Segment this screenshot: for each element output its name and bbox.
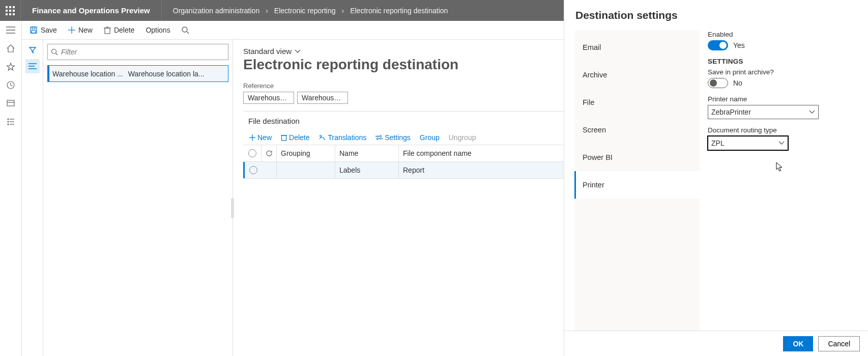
filter-tab-icon[interactable] <box>25 43 40 57</box>
svg-rect-13 <box>7 100 14 106</box>
routing-dropdown[interactable]: ZPL <box>708 136 788 150</box>
svg-rect-1 <box>9 6 11 8</box>
save-archive-value: No <box>733 79 742 87</box>
tab-screen[interactable]: Screen <box>574 116 700 144</box>
new-button[interactable]: New <box>63 24 98 36</box>
splitter-handle[interactable] <box>231 198 234 218</box>
app-title: Finance and Operations Preview <box>21 0 162 21</box>
svg-rect-3 <box>6 10 8 12</box>
chevron-down-icon <box>295 49 301 53</box>
chevron-down-icon <box>778 141 785 145</box>
filter-input-wrapper[interactable] <box>47 44 228 60</box>
enabled-value: Yes <box>733 41 745 49</box>
cancel-button[interactable]: Cancel <box>818 336 860 351</box>
search-button[interactable] <box>177 24 194 36</box>
select-all-checkbox[interactable] <box>248 149 256 157</box>
breadcrumb-item[interactable]: Organization administration <box>173 7 259 15</box>
chevron-right-icon: › <box>341 7 344 15</box>
cell-grouping <box>277 162 335 178</box>
delete-button[interactable]: Delete <box>99 24 139 36</box>
breadcrumb-item[interactable]: Electronic reporting destination <box>350 7 448 15</box>
grid-settings-button[interactable]: Settings <box>375 133 411 142</box>
svg-rect-0 <box>6 6 8 8</box>
tab-file[interactable]: File <box>574 89 700 116</box>
workspace-icon[interactable] <box>6 98 16 108</box>
vertical-tabstrip <box>22 40 43 356</box>
save-label: Save <box>41 26 57 34</box>
save-archive-label: Save in print archive? <box>708 68 858 76</box>
routing-value: ZPL <box>711 139 725 147</box>
clock-icon[interactable] <box>6 80 16 90</box>
settings-heading: SETTINGS <box>708 58 858 65</box>
chevron-right-icon: › <box>266 7 268 15</box>
grid-new-button[interactable]: New <box>249 133 272 142</box>
svg-point-34 <box>52 49 56 54</box>
options-label: Options <box>146 26 170 34</box>
row-select-checkbox[interactable] <box>249 166 257 174</box>
svg-point-15 <box>8 119 9 120</box>
reference-value[interactable]: Warehouse l... <box>243 92 294 104</box>
svg-rect-2 <box>13 6 15 8</box>
routing-label: Document routing type <box>708 126 858 134</box>
svg-line-35 <box>56 53 58 56</box>
options-button[interactable]: Options <box>140 24 175 36</box>
home-icon[interactable] <box>6 43 16 53</box>
list-item[interactable]: Warehouse location ... Warehouse locatio… <box>47 65 228 82</box>
enabled-label: Enabled <box>708 31 858 38</box>
destination-settings-panel: Destination settings Email Archive File … <box>564 0 868 356</box>
grid-delete-button[interactable]: Delete <box>281 133 309 142</box>
hamburger-icon[interactable] <box>6 25 16 35</box>
panel-tab-list: Email Archive File Screen Power BI Print… <box>574 31 700 331</box>
filter-input[interactable] <box>61 48 225 56</box>
panel-footer: OK Cancel <box>564 331 868 356</box>
tab-printer[interactable]: Printer <box>574 171 700 199</box>
printer-name-label: Printer name <box>708 95 858 103</box>
svg-rect-23 <box>32 31 36 33</box>
modules-icon[interactable] <box>6 117 16 127</box>
panel-title: Destination settings <box>564 0 868 31</box>
svg-line-30 <box>187 32 189 34</box>
tab-powerbi[interactable]: Power BI <box>574 144 700 171</box>
svg-rect-38 <box>282 135 286 141</box>
new-label: New <box>78 26 93 34</box>
svg-point-29 <box>182 27 187 32</box>
list-pane: Warehouse location ... Warehouse locatio… <box>43 40 233 356</box>
printer-name-dropdown[interactable]: ZebraPrinter <box>708 105 819 119</box>
chevron-down-icon <box>809 110 815 114</box>
waffle-icon[interactable] <box>0 0 21 21</box>
tab-email[interactable]: Email <box>574 34 700 61</box>
enabled-toggle[interactable] <box>708 40 728 50</box>
ok-button[interactable]: OK <box>783 336 813 351</box>
grid-translations-button[interactable]: Translations <box>319 133 366 142</box>
svg-rect-26 <box>105 28 110 34</box>
svg-rect-8 <box>13 13 15 15</box>
svg-point-17 <box>8 121 9 122</box>
printer-name-value: ZebraPrinter <box>711 108 751 116</box>
nav-rail <box>0 21 22 356</box>
svg-rect-7 <box>9 13 11 15</box>
svg-rect-6 <box>6 13 8 15</box>
grid-group-button[interactable]: Group <box>420 133 440 142</box>
col-name[interactable]: Name <box>335 145 399 161</box>
cell-name: Labels <box>335 162 399 178</box>
list-tab-icon[interactable] <box>25 59 40 73</box>
grid-ungroup-button: Ungroup <box>449 133 476 142</box>
reference-value[interactable]: Warehouse l... <box>297 92 348 104</box>
list-item-text-b: Warehouse location la... <box>128 70 225 78</box>
star-icon[interactable] <box>6 62 16 72</box>
refresh-icon[interactable] <box>266 150 273 157</box>
breadcrumb-item[interactable]: Electronic reporting <box>274 7 336 15</box>
list-item-text-a: Warehouse location ... <box>52 70 123 78</box>
panel-form: Enabled Yes SETTINGS Save in print archi… <box>700 31 858 331</box>
delete-label: Delete <box>114 26 134 34</box>
svg-rect-22 <box>32 27 35 29</box>
tab-archive[interactable]: Archive <box>574 61 700 89</box>
breadcrumb: Organization administration › Electronic… <box>162 7 448 15</box>
save-button[interactable]: Save <box>24 24 62 36</box>
search-icon <box>51 48 58 56</box>
col-grouping[interactable]: Grouping <box>277 145 335 161</box>
svg-rect-5 <box>13 10 15 12</box>
svg-rect-4 <box>9 10 11 12</box>
save-archive-toggle[interactable] <box>708 78 728 88</box>
svg-point-19 <box>8 124 9 125</box>
